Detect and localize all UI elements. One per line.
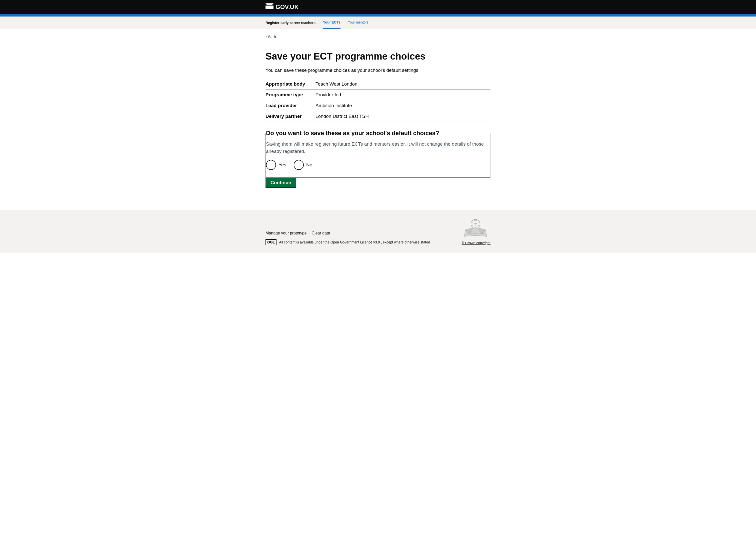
table-row: Appropriate body Teach West London <box>265 79 491 90</box>
row-key-delivery-partner: Delivery partner <box>265 111 315 122</box>
question-legend: Do you want to save these as your school… <box>266 129 439 137</box>
row-key-appropriate-body: Appropriate body <box>265 79 315 90</box>
main-nav: Register early career teachers Your ECTs… <box>0 17 756 29</box>
question-hint: Saving them will make registering future… <box>266 141 490 155</box>
clear-data-link[interactable]: Clear data <box>312 231 330 235</box>
footer-licence-text: All content is available under the Open … <box>279 240 430 244</box>
radio-yes-input[interactable] <box>266 160 276 170</box>
radio-no-label: No <box>306 162 312 168</box>
back-link[interactable]: Back <box>265 35 276 39</box>
radio-no-input[interactable] <box>294 160 304 170</box>
radio-group: Yes No <box>266 160 490 170</box>
row-value-lead-provider: Ambition Institute <box>315 100 491 111</box>
footer-meta: OGL All content is available under the O… <box>265 239 430 245</box>
nav-link-ects[interactable]: Your ECTs <box>323 17 341 29</box>
intro-text: You can save these programme choices as … <box>265 67 491 74</box>
footer-copyright: ⚜ DIEU ET MON DROIT © Crown copyright <box>461 218 491 245</box>
row-value-appropriate-body: Teach West London <box>315 79 491 90</box>
ogl-link[interactable]: Open Government Licence v3.0 <box>331 240 380 244</box>
table-row: Delivery partner London District East TS… <box>265 111 491 122</box>
continue-button[interactable]: Continue <box>265 178 296 187</box>
footer-links: Manage your prototype Clear data <box>265 231 430 235</box>
main-content: Back Save your ECT programme choices You… <box>258 29 498 210</box>
row-key-lead-provider: Lead provider <box>265 100 315 111</box>
nav-brand: Register early career teachers <box>265 17 315 29</box>
row-key-programme-type: Programme type <box>265 90 315 100</box>
govuk-header: GOV.UK <box>0 0 756 17</box>
radio-yes-label: Yes <box>279 162 286 168</box>
govuk-logo-link[interactable]: GOV.UK <box>265 3 299 12</box>
table-row: Programme type Provider-led <box>265 90 491 100</box>
radio-yes-item[interactable]: Yes <box>266 160 286 170</box>
manage-prototype-link[interactable]: Manage your prototype <box>265 231 307 235</box>
save-choices-fieldset: Do you want to save these as your school… <box>265 129 491 178</box>
table-row: Lead provider Ambition Institute <box>265 100 491 111</box>
ogl-logo: OGL <box>265 239 277 245</box>
crown-icon <box>265 3 273 12</box>
svg-point-4 <box>466 229 472 233</box>
page-heading: Save your ECT programme choices <box>265 51 491 62</box>
crown-copyright-svg: ⚜ DIEU ET MON DROIT <box>461 218 491 238</box>
crown-copyright-link[interactable]: © Crown copyright <box>462 241 491 245</box>
summary-table: Appropriate body Teach West London Progr… <box>265 79 491 122</box>
nav-link-mentors[interactable]: Your mentors <box>348 17 369 29</box>
radio-no-item[interactable]: No <box>294 160 312 170</box>
govuk-footer: Manage your prototype Clear data OGL All… <box>0 210 756 253</box>
govuk-wordmark: GOV.UK <box>275 4 299 11</box>
row-value-delivery-partner: London District East TSH <box>315 111 491 122</box>
svg-text:⚜: ⚜ <box>474 222 477 226</box>
svg-point-5 <box>479 229 485 233</box>
footer-left: Manage your prototype Clear data OGL All… <box>265 231 430 245</box>
row-value-programme-type: Provider-led <box>315 90 491 100</box>
